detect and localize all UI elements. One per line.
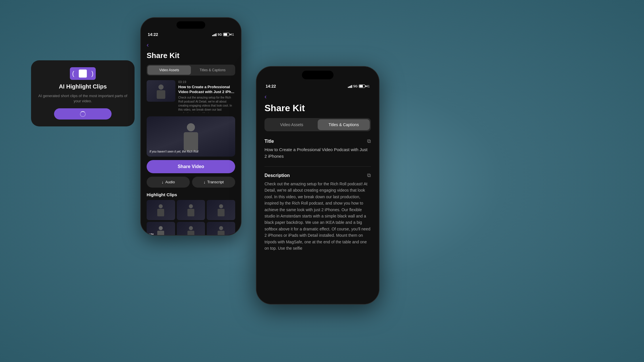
svg-rect-5 xyxy=(157,209,164,216)
svg-point-4 xyxy=(159,204,163,208)
svg-point-2 xyxy=(187,123,195,131)
clip-thumbnail-2[interactable] xyxy=(177,200,205,220)
copy-description-icon[interactable]: ⧉ xyxy=(367,172,371,178)
right-page-title: Share Kit xyxy=(264,103,371,113)
svg-point-12 xyxy=(189,226,193,230)
clip-icon xyxy=(70,67,96,80)
transcript-icon: ↓ xyxy=(204,180,206,184)
right-battery-icon xyxy=(359,84,365,88)
clip-thumbnail-1[interactable] xyxy=(147,200,175,220)
fiveg-label: 5G xyxy=(218,33,222,36)
title-label: Title xyxy=(264,139,274,144)
svg-point-10 xyxy=(159,226,163,230)
right-signal-bar-3 xyxy=(350,86,351,88)
tab-titles-captions[interactable]: Titles & Captions xyxy=(191,66,234,75)
video-thumbnail-small xyxy=(147,80,175,102)
video-info: 03:19 How to Create a Professional Video… xyxy=(178,80,235,113)
description-section: Description ⧉ Check out the amazing setu… xyxy=(264,172,371,251)
right-signal-bar-4 xyxy=(351,85,352,88)
description-header: Description ⧉ xyxy=(264,172,371,178)
svg-point-8 xyxy=(219,204,223,208)
status-icons: 5G 41 xyxy=(212,33,234,36)
battery-fill xyxy=(224,33,227,36)
copy-title-icon[interactable]: ⧉ xyxy=(367,138,371,144)
right-status-icons: 5G 41 xyxy=(348,84,370,88)
right-fiveg-label: 5G xyxy=(353,84,358,88)
svg-rect-15 xyxy=(218,231,225,235)
clip-thumbnail-5[interactable]: how it can all be done with xyxy=(177,222,205,235)
clip-thumbnail-3[interactable] xyxy=(207,200,235,220)
share-video-button[interactable]: Share Video xyxy=(147,160,235,173)
right-back-button[interactable]: ‹ xyxy=(264,93,371,101)
right-battery-fill xyxy=(359,85,363,87)
svg-rect-3 xyxy=(184,132,198,151)
title-header: Title ⧉ xyxy=(264,138,371,144)
svg-rect-1 xyxy=(157,90,165,99)
download-icon: ↓ xyxy=(162,180,164,184)
transcript-button[interactable]: ↓ Transcript xyxy=(192,177,235,188)
dynamic-island xyxy=(177,21,205,29)
svg-rect-9 xyxy=(218,209,225,216)
right-status-bar: 14:22 5G 41 xyxy=(264,84,371,88)
video-list-item: 03:19 How to Create a Professional Video… xyxy=(147,80,235,113)
spinner-icon xyxy=(80,111,86,117)
right-tab-bar: Video Assets Titles & Captions xyxy=(264,118,371,131)
svg-rect-7 xyxy=(187,209,194,216)
clip-thumbnail-4[interactable]: by thechoices xyxy=(147,222,175,235)
page-title: Share Kit xyxy=(147,51,235,60)
description-label: Description xyxy=(264,173,290,178)
signal-bar-1 xyxy=(212,35,213,36)
ai-generate-button[interactable] xyxy=(54,108,112,120)
right-battery-level: 41 xyxy=(366,84,370,88)
video-title: How to Create a Professional Video Podca… xyxy=(178,85,235,95)
right-tab-titles-captions[interactable]: Titles & Captions xyxy=(318,119,370,130)
middle-phone: 14:22 5G 41 ‹ Share Kit Vide xyxy=(140,17,241,236)
title-section: Title ⧉ How to Create a Professional Vid… xyxy=(264,138,371,159)
signal-bar-3 xyxy=(214,34,215,36)
ai-highlight-title: AI Highlight Clips xyxy=(59,83,107,90)
video-duration: 03:19 xyxy=(178,80,235,84)
ai-highlight-desc: AI generated short clips of the most imp… xyxy=(38,93,128,104)
svg-rect-13 xyxy=(187,231,194,235)
highlight-clips-title: Highlight Clips xyxy=(147,192,235,197)
signal-bars xyxy=(212,33,216,36)
right-signal-bars xyxy=(348,84,352,88)
back-button[interactable]: ‹ xyxy=(147,41,235,49)
title-value: How to Create a Professional Video Podca… xyxy=(264,147,371,159)
status-bar: 14:22 5G 41 xyxy=(147,32,235,37)
action-buttons: ↓ Audio ↓ Transcript xyxy=(147,177,235,188)
right-signal-bar-1 xyxy=(348,87,349,88)
right-phone-screen: 14:22 5G 41 ‹ Share Kit Vide xyxy=(256,67,379,304)
clips-grid: by thechoices how it can all be done wit… xyxy=(147,200,235,235)
tab-video-assets[interactable]: Video Assets xyxy=(147,66,191,75)
clip-label-1: by thechoices xyxy=(148,233,155,235)
right-phone: 14:22 5G 41 ‹ Share Kit Vide xyxy=(256,66,379,305)
description-value: Check out the amazing setup for the Rich… xyxy=(264,181,371,251)
signal-bar-2 xyxy=(213,34,214,36)
right-tab-video-assets[interactable]: Video Assets xyxy=(266,119,318,130)
video-description: Check out the amazing setup for the Rich… xyxy=(178,96,235,113)
battery-icon xyxy=(223,33,229,36)
right-side-button-right xyxy=(379,95,379,115)
svg-point-14 xyxy=(219,226,223,230)
right-status-time: 14:22 xyxy=(266,84,276,88)
audio-button[interactable]: ↓ Audio xyxy=(147,177,190,188)
svg-point-6 xyxy=(189,204,193,208)
side-button-right xyxy=(241,41,241,58)
tab-bar: Video Assets Titles & Captions xyxy=(147,65,235,76)
clip-thumbnail-6[interactable] xyxy=(207,222,235,235)
video-thumbnail-large: If you haven't seen it yet, the Rich Rol… xyxy=(147,116,235,157)
right-signal-bar-2 xyxy=(349,86,350,88)
right-dynamic-island xyxy=(302,71,334,79)
battery-level: 41 xyxy=(231,33,234,36)
signal-bar-4 xyxy=(216,33,216,36)
ai-highlight-card: AI Highlight Clips AI generated short cl… xyxy=(31,60,135,126)
middle-phone-screen: 14:22 5G 41 ‹ Share Kit Vide xyxy=(141,18,241,235)
field-divider xyxy=(264,166,371,167)
svg-rect-11 xyxy=(157,231,164,235)
svg-point-0 xyxy=(158,84,164,90)
status-time: 14:22 xyxy=(148,32,158,37)
thumbnail-caption: If you haven't seen it yet, the Rich Rol… xyxy=(150,149,198,153)
